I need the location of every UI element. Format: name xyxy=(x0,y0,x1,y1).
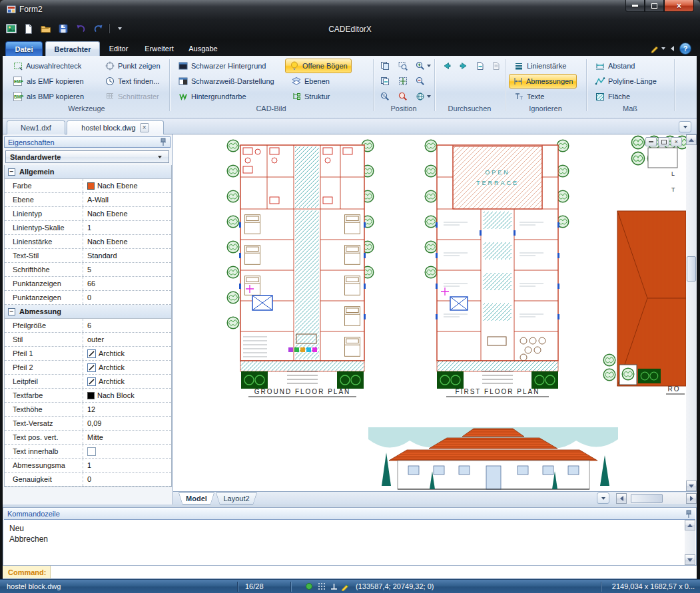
ribbon-item-schwarzweiss-darstellung[interactable]: Schwarzweiß-Darstellung xyxy=(175,75,278,88)
scroll-up-button[interactable] xyxy=(686,134,697,145)
property-value[interactable]: 6 xyxy=(83,319,171,332)
property-value[interactable]: Nach Block xyxy=(83,389,171,402)
property-row-linientyp[interactable]: Linientyp Nach Ebene xyxy=(5,207,171,221)
ortho-toggle-icon[interactable] xyxy=(330,582,338,590)
scroll-down-button[interactable] xyxy=(685,554,695,565)
help-button[interactable]: ? xyxy=(679,43,691,55)
mdi-restore-button[interactable] xyxy=(658,137,669,146)
property-value[interactable]: 0 xyxy=(83,291,171,304)
new-document-button[interactable] xyxy=(22,22,35,35)
section-abmessung[interactable]: − Abmessung xyxy=(5,305,171,319)
property-value[interactable]: Archtick xyxy=(83,375,171,388)
tab-list-button[interactable] xyxy=(679,121,691,132)
ribbon-item-schnittraster[interactable]: Schnittraster xyxy=(101,90,163,103)
ribbon-item-linienstaerke[interactable]: Linienstärke xyxy=(510,59,569,73)
save-button[interactable] xyxy=(57,22,70,35)
ribbon-item-struktur[interactable]: Struktur xyxy=(288,90,334,103)
maximize-button[interactable] xyxy=(645,0,664,12)
pin-icon[interactable] xyxy=(685,510,692,518)
scroll-right-button[interactable] xyxy=(686,493,697,504)
ribbon-item-abstand[interactable]: Abstand xyxy=(591,59,638,73)
property-row-pfeilgroesse[interactable]: Pfeilgröße 6 xyxy=(5,319,171,333)
property-value[interactable]: Standard xyxy=(83,249,171,262)
property-value[interactable]: 1 xyxy=(83,459,171,472)
property-row-pfeil-2[interactable]: Pfeil 2 Archtick xyxy=(5,361,171,375)
zoom-all-button[interactable] xyxy=(412,90,433,103)
property-value[interactable]: 0,09 xyxy=(83,417,171,430)
property-value[interactable]: 66 xyxy=(83,277,171,290)
ribbon-item-polyline-laenge[interactable]: Polyline-Länge xyxy=(591,75,660,88)
property-row-punktanzeigen-1[interactable]: Punktanzeigen 66 xyxy=(5,277,171,291)
ribbon-item-als-bmp-kopieren[interactable]: BMP als BMP kopieren xyxy=(9,90,87,103)
zoom-extents-button[interactable] xyxy=(395,75,411,88)
preset-dropdown[interactable]: Standardwerte xyxy=(5,150,169,163)
ribbon-item-flaeche[interactable]: Fläche xyxy=(591,90,633,103)
scrollbar-thumb[interactable] xyxy=(631,494,663,503)
property-row-textfarbe[interactable]: Textfarbe Nach Block xyxy=(5,389,171,403)
property-row-schrifthoehe[interactable]: Schrifthöhe 5 xyxy=(5,263,171,277)
zoom-selection-button[interactable] xyxy=(395,90,411,103)
horizontal-scrollbar[interactable] xyxy=(616,493,697,504)
checkbox-unchecked[interactable] xyxy=(87,447,96,456)
property-value[interactable]: 5 xyxy=(83,263,171,276)
tab-betrachter[interactable]: Betrachter xyxy=(45,41,100,56)
ribbon-item-auswahlrechteck[interactable]: Auswahlrechteck xyxy=(9,59,85,73)
undo-button[interactable] xyxy=(74,22,87,35)
property-row-farbe[interactable]: Farbe Nach Ebene xyxy=(5,179,171,193)
doc-tab-hostel-block[interactable]: hostel block.dwg × xyxy=(67,120,164,134)
property-value[interactable]: 0 xyxy=(83,473,171,486)
property-row-pfeil-1[interactable]: Pfeil 1 Archtick xyxy=(5,347,171,361)
browse-back-button[interactable] xyxy=(440,59,454,73)
close-button[interactable]: × xyxy=(664,0,694,12)
ribbon-item-text-finden[interactable]: Text finden... xyxy=(101,75,163,88)
toolbar-customize-button[interactable] xyxy=(113,22,127,35)
tab-ausgabe[interactable]: Ausgabe xyxy=(184,41,222,56)
ribbon-item-abmessungen[interactable]: Abmessungen xyxy=(509,74,577,89)
grid-toggle-icon[interactable] xyxy=(318,582,326,590)
zoom-out-button[interactable] xyxy=(412,75,428,88)
cad-canvas[interactable]: GROUND FLOOR PLAN OPEN TERRACE xyxy=(173,134,686,491)
scrollbar-thumb[interactable] xyxy=(687,256,696,282)
property-row-leitpfeil[interactable]: Leitpfeil Archtick xyxy=(5,375,171,389)
collapse-icon[interactable]: − xyxy=(8,168,15,176)
ribbon-item-ebenen[interactable]: Ebenen xyxy=(288,75,333,88)
redo-button[interactable] xyxy=(91,22,105,35)
mdi-minimize-button[interactable] xyxy=(645,137,657,146)
edit-options-button[interactable] xyxy=(650,44,665,53)
tab-datei[interactable]: Datei xyxy=(5,41,43,56)
zoom-in-button[interactable] xyxy=(412,59,433,73)
doc-tab-new1[interactable]: New1.dxf xyxy=(7,120,65,134)
ribbon-item-punkt-zeigen[interactable]: Punkt zeigen xyxy=(101,59,164,73)
property-value[interactable]: Nach Ebene xyxy=(83,179,171,192)
mdi-close-button[interactable]: × xyxy=(671,137,682,146)
pan-view-button[interactable] xyxy=(377,59,393,73)
open-button[interactable] xyxy=(39,22,53,35)
property-value[interactable] xyxy=(83,445,171,458)
property-row-linientyp-skalierung[interactable]: Linientyp-Skalie 1 xyxy=(5,221,171,235)
ribbon-item-hintergrundfarbe[interactable]: Hintergrundfarbe xyxy=(175,90,250,103)
ribbon-item-als-emf-kopieren[interactable]: EMF als EMF kopieren xyxy=(9,75,87,88)
zoom-window-button[interactable] xyxy=(395,59,411,73)
property-row-text-stil[interactable]: Text-Stil Standard xyxy=(5,249,171,263)
property-row-texthoehe[interactable]: Texthöhe 12 xyxy=(5,403,171,417)
vertical-scrollbar[interactable] xyxy=(686,134,697,491)
scroll-down-button[interactable] xyxy=(686,481,697,491)
property-value[interactable]: A-Wall xyxy=(83,193,171,206)
property-row-genauigkeit[interactable]: Genauigkeit 0 xyxy=(5,473,171,487)
property-value[interactable]: Nach Ebene xyxy=(83,235,171,248)
image-tool-button[interactable] xyxy=(5,22,18,35)
browse-page-forward-button[interactable] xyxy=(473,59,488,73)
property-value[interactable]: 12 xyxy=(83,403,171,416)
property-row-text-innerhalb[interactable]: Text innerhalb xyxy=(5,445,171,459)
command-scrollbar[interactable] xyxy=(685,520,695,565)
collapse-ribbon-icon[interactable] xyxy=(671,46,674,51)
property-value[interactable]: Archtick xyxy=(83,361,171,374)
property-row-ebene[interactable]: Ebene A-Wall xyxy=(5,193,171,207)
property-value[interactable]: outer xyxy=(83,333,171,346)
minimize-button[interactable] xyxy=(625,0,645,12)
browse-forward-button[interactable] xyxy=(456,59,471,73)
tab-close-button[interactable]: × xyxy=(140,123,149,132)
property-value[interactable]: Nach Ebene xyxy=(83,207,171,220)
property-value[interactable]: Mitte xyxy=(83,431,171,444)
property-value[interactable]: Archtick xyxy=(83,347,171,360)
